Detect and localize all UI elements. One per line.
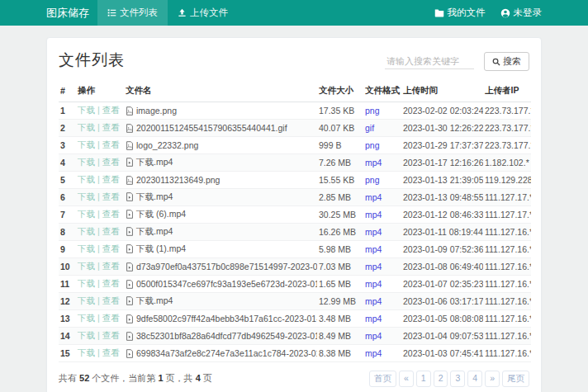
row-filesize: 7.26 MB [317, 154, 363, 172]
table-row: 4下载|查看下载.mp47.26 MBmp42023-01-17 12:16:2… [59, 154, 531, 172]
file-table-body: 1下载|查看image.png17.35 KBpng2023-02-02 02:… [59, 102, 531, 362]
image-file-icon [126, 176, 134, 185]
pager-button[interactable]: 1 [416, 371, 431, 387]
column-header: 上传者IP [483, 81, 531, 102]
format-link[interactable]: mp4 [365, 227, 382, 237]
pager-button[interactable]: 3 [450, 371, 465, 387]
format-link[interactable]: png [365, 140, 380, 150]
table-header-row: #操作文件名文件大小文件格式上传时间上传者IP [59, 81, 531, 102]
format-link[interactable]: gif [365, 123, 374, 133]
download-link[interactable]: 下载 [78, 226, 95, 236]
tab-upload-label: 上传文件 [190, 7, 228, 19]
pager-button[interactable]: » [485, 371, 500, 387]
video-file-icon [126, 262, 134, 272]
action-separator: | [97, 278, 100, 288]
row-uploader-ip: 111.127.16.* [483, 224, 531, 241]
action-separator: | [97, 330, 100, 340]
view-link[interactable]: 查看 [102, 347, 120, 357]
pager-button[interactable]: « [399, 371, 414, 387]
row-format: mp4 [363, 154, 401, 172]
format-link[interactable]: mp4 [365, 348, 382, 358]
download-link[interactable]: 下载 [78, 261, 95, 271]
row-uploader-ip: 111.127.16.* [483, 241, 531, 258]
brand[interactable]: 图床储存 [46, 0, 89, 26]
view-link[interactable]: 查看 [102, 330, 120, 340]
view-link[interactable]: 查看 [102, 191, 120, 201]
format-link[interactable]: mp4 [365, 279, 382, 289]
format-link[interactable]: png [365, 175, 380, 185]
tab-upload[interactable]: 上传文件 [168, 0, 238, 26]
pager-button[interactable]: 4 [467, 371, 482, 387]
table-row: 7下载|查看下载 (6).mp430.25 MBmp42023-01-12 08… [59, 206, 531, 224]
pager-button[interactable]: 首页 [369, 371, 396, 387]
download-link[interactable]: 下载 [78, 313, 95, 323]
view-link[interactable]: 查看 [102, 261, 120, 271]
download-link[interactable]: 下载 [78, 191, 95, 201]
column-header: # [59, 81, 76, 102]
download-link[interactable]: 下载 [78, 139, 95, 149]
search-input[interactable] [385, 54, 474, 69]
column-header: 文件大小 [317, 81, 363, 102]
view-link[interactable]: 查看 [102, 295, 120, 305]
row-format: png [363, 172, 401, 189]
search-button[interactable]: 搜索 [484, 52, 529, 71]
total-files-count: 52 [79, 373, 89, 383]
video-file-icon [126, 349, 134, 358]
row-index: 6 [59, 189, 76, 206]
filename-text: 38c52301bf8a28a64dfcd77db4962549-2023-01… [136, 331, 317, 341]
pager-button[interactable]: 尾页 [502, 371, 529, 387]
video-file-icon [126, 314, 134, 324]
format-link[interactable]: mp4 [365, 158, 382, 168]
format-link[interactable]: mp4 [365, 314, 382, 324]
action-separator: | [97, 174, 100, 184]
download-link[interactable]: 下载 [78, 295, 95, 305]
row-format: mp4 [363, 189, 401, 206]
view-link[interactable]: 查看 [102, 105, 120, 115]
format-link[interactable]: mp4 [365, 262, 382, 272]
view-link[interactable]: 查看 [102, 313, 120, 323]
view-link[interactable]: 查看 [102, 139, 120, 149]
download-link[interactable]: 下载 [78, 243, 95, 253]
view-link[interactable]: 查看 [102, 278, 120, 288]
filename-text: 下载.mp4 [136, 157, 173, 167]
format-link[interactable]: mp4 [365, 192, 382, 202]
my-files-link[interactable]: 我的文件 [434, 7, 486, 19]
filename-text: 下载.mp4 [136, 295, 173, 305]
list-icon [107, 8, 116, 17]
view-link[interactable]: 查看 [102, 122, 120, 132]
my-files-label: 我的文件 [448, 7, 486, 19]
format-link[interactable]: mp4 [365, 244, 382, 254]
video-file-icon [126, 210, 134, 219]
download-link[interactable]: 下载 [78, 347, 95, 357]
row-filename: 9dfe58002c97ff42a4bebb34b17a61cc-2023-01… [124, 310, 317, 328]
row-filesize: 30.25 MB [317, 206, 363, 224]
table-row: 14下载|查看38c52301bf8a28a64dfcd77db4962549-… [59, 328, 531, 345]
download-link[interactable]: 下载 [78, 174, 95, 184]
download-link[interactable]: 下载 [78, 209, 95, 219]
row-filename: 下载.mp4 [124, 154, 317, 172]
row-actions: 下载|查看 [76, 258, 124, 276]
view-link[interactable]: 查看 [102, 174, 120, 184]
row-actions: 下载|查看 [76, 345, 124, 362]
format-link[interactable]: mp4 [365, 331, 382, 341]
view-link[interactable]: 查看 [102, 243, 120, 253]
format-link[interactable]: mp4 [365, 210, 382, 220]
row-format: mp4 [363, 224, 401, 241]
row-format: mp4 [363, 293, 401, 310]
row-filename: 38c52301bf8a28a64dfcd77db4962549-2023-01… [124, 328, 317, 345]
download-link[interactable]: 下载 [78, 105, 95, 115]
format-link[interactable]: png [365, 106, 380, 116]
download-link[interactable]: 下载 [78, 278, 95, 288]
download-link[interactable]: 下载 [78, 157, 95, 167]
row-index: 14 [59, 328, 76, 345]
view-link[interactable]: 查看 [102, 209, 120, 219]
tab-file-list[interactable]: 文件列表 [97, 0, 168, 26]
login-status[interactable]: 未登录 [500, 7, 543, 19]
download-link[interactable]: 下载 [78, 330, 95, 340]
pager-button[interactable]: 2 [434, 371, 448, 387]
format-link[interactable]: mp4 [365, 296, 382, 306]
view-link[interactable]: 查看 [102, 226, 120, 236]
video-file-icon [126, 227, 134, 236]
download-link[interactable]: 下载 [78, 122, 95, 132]
view-link[interactable]: 查看 [102, 157, 120, 167]
